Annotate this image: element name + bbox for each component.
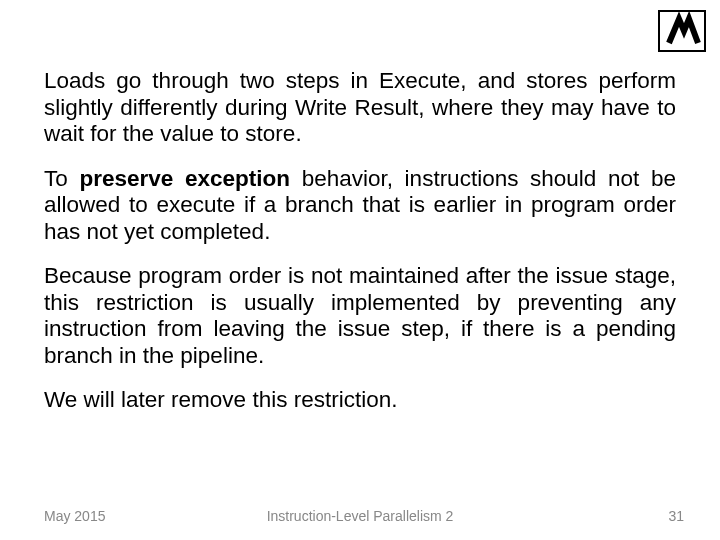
footer-title: Instruction-Level Parallelism 2: [0, 508, 720, 524]
footer-page-number: 31: [668, 508, 684, 524]
text: Loads go through two steps in Execute, a…: [44, 68, 676, 146]
institution-logo: [658, 10, 706, 56]
paragraph-3: Because program order is not maintained …: [44, 263, 676, 369]
text: Because program order is not maintained …: [44, 263, 676, 368]
emphasis: preserve exception: [79, 166, 290, 191]
text: To: [44, 166, 79, 191]
body-content: Loads go through two steps in Execute, a…: [44, 68, 676, 432]
paragraph-1: Loads go through two steps in Execute, a…: [44, 68, 676, 148]
slide: Loads go through two steps in Execute, a…: [0, 0, 720, 540]
paragraph-2: To preserve exception behavior, instruct…: [44, 166, 676, 246]
text: We will later remove this restriction.: [44, 387, 397, 412]
paragraph-4: We will later remove this restriction.: [44, 387, 676, 414]
